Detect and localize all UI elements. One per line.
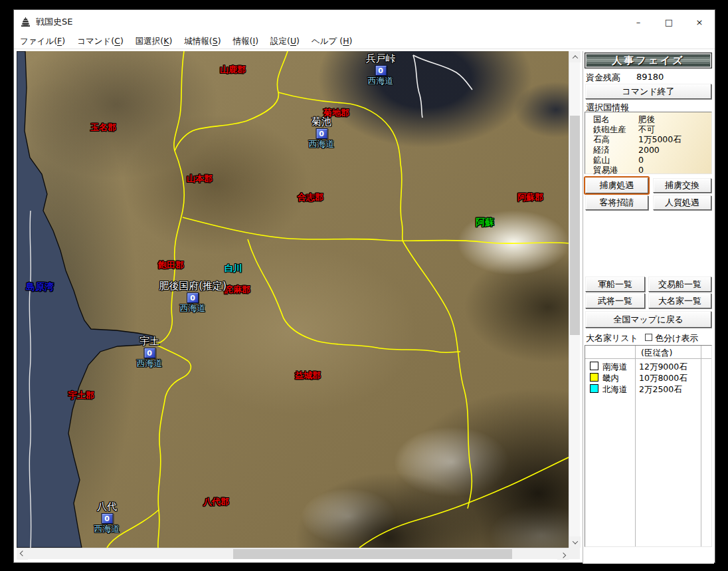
garrison-badge[interactable]: 0 <box>316 128 327 139</box>
color-toggle-checkbox[interactable] <box>645 334 652 341</box>
scroll-right-button[interactable] <box>557 548 569 560</box>
feature-label-aso: 阿蘇 <box>476 217 494 227</box>
daimyo-list-button[interactable]: 大名家一覧 <box>648 293 711 308</box>
district-label: 阿蘇郡 <box>517 193 543 201</box>
prisoner-exchange-button[interactable]: 捕虜交換 <box>653 178 711 193</box>
district-label: 宇土郡 <box>68 391 94 400</box>
trade-ship-list-button[interactable]: 交易船一覧 <box>648 277 711 292</box>
menu-settings[interactable]: 設定(U) <box>264 36 306 47</box>
maximize-button[interactable]: □ <box>654 10 684 34</box>
chevron-right-icon <box>560 552 565 558</box>
town-uto[interactable]: 宇土 0 西海道 <box>137 336 163 368</box>
close-button[interactable]: × <box>684 10 715 34</box>
map-viewport[interactable]: 山鹿郡 玉名郡 菊地郡 山本郡 合志郡 阿蘇郡 飽田郡 詫麻郡 宇土郡 益城郡 … <box>17 51 569 548</box>
road-line <box>413 55 472 90</box>
garrison-badge[interactable]: 0 <box>187 292 199 303</box>
warship-list-button[interactable]: 軍船一覧 <box>585 277 645 292</box>
menu-bar: ファイル(F) コマンド(C) 国選択(K) 城情報(S) 情報(I) 設定(U… <box>14 34 715 49</box>
map-hscrollbar[interactable] <box>17 548 569 559</box>
garrison-badge[interactable]: 0 <box>143 348 155 358</box>
district-label: 合志郡 <box>298 193 323 201</box>
general-list-button[interactable]: 武将一覧 <box>585 293 645 308</box>
scroll-down-button[interactable] <box>569 536 581 548</box>
road-label: 西海道 <box>94 524 120 534</box>
garrison-badge[interactable]: 0 <box>375 65 387 76</box>
district-label: 八代郡 <box>203 497 229 506</box>
daimyo-row[interactable]: 北海道 2万2500石 <box>585 384 711 395</box>
district-label: 益城郡 <box>295 371 321 380</box>
daimyo-list-box[interactable]: (臣従含) 南海道 12万9000石 畿内 10万8000石 北海道 2万250… <box>585 345 712 547</box>
daimyo-list-title: 大名家リスト <box>586 332 638 344</box>
feature-label-shirakawa: 白川 <box>225 264 242 273</box>
menu-country-select[interactable]: 国選択(K) <box>130 36 178 47</box>
funds-row: 資金残高 89180 <box>586 72 712 84</box>
prisoner-treatment-button[interactable]: 捕虜処遇 <box>585 177 648 193</box>
country-info-box: 国名肥後 鉄砲生産不可 石高1万5000石 経済2000 鉱山0 貿易港0 <box>585 112 712 174</box>
road-line <box>413 55 422 118</box>
scrollbar-corner <box>569 548 580 559</box>
chevron-down-icon <box>572 538 577 544</box>
back-to-national-map-button[interactable]: 全国マップに戻る <box>585 311 711 328</box>
road-label: 西海道 <box>137 359 163 368</box>
guest-general-invite-button[interactable]: 客将招請 <box>585 195 648 210</box>
color-swatch <box>590 362 598 370</box>
funds-label: 資金残高 <box>586 72 620 84</box>
road-label: 西海道 <box>159 304 227 313</box>
hostage-treatment-button[interactable]: 人質処遇 <box>653 195 711 210</box>
menu-info[interactable]: 情報(I) <box>227 36 264 47</box>
feature-label-shimabara-bay: 島原湾 <box>26 282 54 291</box>
road-label: 西海道 <box>366 76 396 86</box>
menu-command[interactable]: コマンド(C) <box>71 36 130 47</box>
menu-castle-info[interactable]: 城情報(S) <box>178 36 227 47</box>
color-swatch <box>590 373 598 382</box>
map-vscrollbar[interactable] <box>569 51 580 548</box>
side-panel: 人事フェイズ 資金残高 89180 コマンド終了 選択国情報 国名肥後 鉄砲生産… <box>583 51 714 564</box>
daimyo-row[interactable]: 南海道 12万9000石 <box>585 361 711 372</box>
window-title: 戦国史SE <box>36 16 72 28</box>
menu-file[interactable]: ファイル(F) <box>14 36 71 47</box>
daimyo-row[interactable]: 畿内 10万8000石 <box>585 372 711 384</box>
district-label: 山本郡 <box>187 174 213 183</box>
app-icon <box>20 17 31 27</box>
hscroll-thumb[interactable] <box>233 549 512 559</box>
district-label: 山鹿郡 <box>220 65 246 74</box>
app-window: 戦国史SE – □ × ファイル(F) コマンド(C) 国選択(K) 城情報(S… <box>13 9 715 563</box>
menu-help[interactable]: ヘルプ (H) <box>306 36 359 47</box>
road-label: 西海道 <box>309 140 335 149</box>
town-yatsushiro[interactable]: 八代 0 西海道 <box>94 502 120 533</box>
chevron-up-icon <box>572 55 577 60</box>
phase-banner: 人事フェイズ <box>585 53 712 68</box>
vscroll-thumb[interactable] <box>570 116 580 335</box>
district-label: 詫麻郡 <box>225 285 250 294</box>
screen: 戦国史SE – □ × ファイル(F) コマンド(C) 国選択(K) 城情報(S… <box>0 0 728 571</box>
color-swatch <box>590 384 598 393</box>
garrison-badge[interactable]: 0 <box>101 513 113 524</box>
town-hyodo-pass[interactable]: 兵戸峠 0 西海道 <box>366 54 396 85</box>
sea-shape <box>17 51 155 548</box>
color-toggle-label[interactable]: 色分け表示 <box>655 332 698 344</box>
town-higo-kokufu[interactable]: 肥後国府(推定) 0 西海道 <box>159 281 227 312</box>
town-kikuchi[interactable]: 菊池 0 西海道 <box>309 117 335 148</box>
scroll-left-button[interactable] <box>17 548 28 560</box>
minimize-button[interactable]: – <box>623 10 654 34</box>
funds-value: 89180 <box>636 72 664 84</box>
end-command-button[interactable]: コマンド終了 <box>585 84 711 99</box>
district-label: 玉名郡 <box>90 123 116 132</box>
scroll-up-button[interactable] <box>569 51 581 62</box>
title-bar[interactable]: 戦国史SE – □ × <box>14 10 715 34</box>
daimyo-list-header: (臣従含) <box>585 346 711 359</box>
district-label: 飽田郡 <box>158 261 184 269</box>
chevron-left-icon <box>19 550 25 556</box>
